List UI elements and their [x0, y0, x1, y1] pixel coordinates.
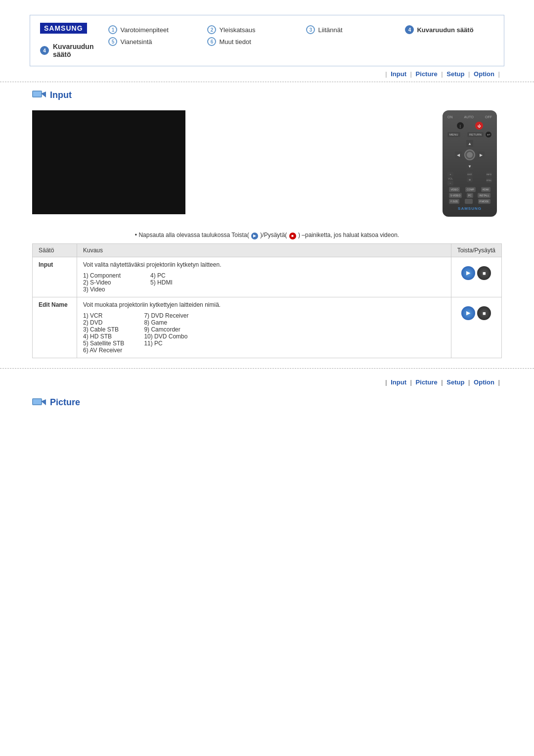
remote-video-btn[interactable]: VIDEO [449, 187, 460, 192]
row-input-desc: Voit valita näytettäväksi projektoriin k… [77, 257, 451, 297]
nav-num-6: 6 [207, 37, 216, 46]
remote-still-btn[interactable]: STILL [486, 178, 492, 183]
editname-item-2: 2) DVD [83, 319, 124, 326]
row-editname-btns: ▶ ■ [451, 297, 501, 358]
input-item-1: 1) Component [83, 272, 121, 279]
remote-samsung-logo: SAMSUNG [445, 206, 494, 211]
input-section-header: Input [0, 82, 534, 105]
nav-picture-link[interactable]: Picture [416, 70, 438, 78]
input-list: 1) Component 2) S-Video 3) Video 4) PC 5… [83, 272, 445, 293]
input-item-2: 2) S-Video [83, 279, 121, 286]
nav-option-link[interactable]: Option [474, 70, 494, 78]
remote-dpad: ▲ ◀ ▶ ▼ [455, 140, 485, 170]
remote-return-btn[interactable]: RETURN [467, 132, 484, 137]
note-text: • Napsauta alla olevassa taulukossa Tois… [0, 222, 534, 243]
nav-label-5: Vianetsintä [120, 38, 152, 46]
remote-vol-up[interactable]: + [447, 172, 453, 177]
remote-pc-btn[interactable]: PC [467, 193, 473, 198]
nav-num-5: 5 [108, 37, 117, 46]
header-nav: | Input | Picture | Setup | Option | [0, 66, 534, 82]
remote-exit-btn[interactable]: EXIT [467, 172, 473, 177]
dpad-right[interactable]: ▶ [478, 151, 485, 158]
bottom-nav-option-link[interactable]: Option [474, 378, 494, 386]
remote-return-icon[interactable]: ↩ [485, 131, 492, 138]
nav-input-link[interactable]: Input [391, 70, 406, 78]
nav-item-1[interactable]: 1 Varotoimenpiteet [108, 25, 207, 34]
editname-item-1: 1) VCR [83, 312, 124, 319]
bottom-nav-input-link[interactable]: Input [391, 378, 406, 386]
row-input-btns: ▶ ■ [451, 257, 501, 297]
nav-item-4[interactable]: 4 Kuvaruudun säätö [405, 25, 504, 34]
editname-item-11: 11) PC [144, 340, 188, 347]
editname-list: 1) VCR 2) DVD 3) Cable STB 4) HD STB 5) … [83, 312, 445, 354]
remote-source-row2: S-VIDEO PC INSTALL [446, 193, 493, 198]
nav-item-2[interactable]: 2 Yleiskatsaus [207, 25, 306, 34]
nav-num-4: 4 [405, 25, 414, 34]
remote-power-row: | ⏻ [445, 122, 494, 130]
remote-fsize-btn[interactable]: F.SIZE [449, 199, 459, 204]
display-screen [32, 110, 185, 214]
play-button-editname[interactable]: ▶ [461, 306, 475, 320]
remote-hdmi-btn[interactable]: HDMI [481, 187, 490, 192]
col-saato: Säätö [33, 243, 77, 257]
dpad-center[interactable] [464, 149, 475, 160]
stop-note-icon: ■ [289, 233, 296, 239]
table-row-input: Input Voit valita näytettäväksi projekto… [33, 257, 502, 297]
content-area: ON AUTO OFF | ⏻ MENU RETURN ↩ ▲ ◀ [0, 105, 534, 222]
remote-control: ON AUTO OFF | ⏻ MENU RETURN ↩ ▲ ◀ [443, 110, 502, 217]
editname-item-7: 7) DVD Receiver [144, 312, 188, 319]
nav-label-1: Varotoimenpiteet [120, 26, 168, 34]
bottom-nav: | Input | Picture | Setup | Option | [0, 368, 534, 390]
remote-on-label: ON [447, 115, 453, 119]
samsung-logo: SAMSUNG [40, 23, 93, 39]
input-item-3: 3) Video [83, 286, 121, 293]
col-kuvaus: Kuvaus [77, 243, 451, 257]
editname-item-5: 5) Satellite STB [83, 340, 124, 347]
remote-source-row: VIDEO COMP HDMI [446, 187, 493, 192]
remote-menu-btn[interactable]: MENU [447, 132, 460, 137]
remote-comp-btn[interactable]: COMP [465, 187, 476, 192]
stop-button-input[interactable]: ■ [477, 266, 491, 280]
remote-pmode-btn[interactable]: P.MODE [478, 199, 490, 204]
dpad-down[interactable]: ▼ [466, 163, 473, 170]
play-button-input[interactable]: ▶ [461, 266, 475, 280]
svg-rect-4 [33, 399, 41, 404]
nav-item-5[interactable]: 5 Vianetsintä [108, 37, 207, 46]
row-input-name: Input [33, 257, 77, 297]
nav-item-6[interactable]: 6 Muut tiedot [207, 37, 306, 46]
input-item-4: 4) PC [150, 272, 173, 279]
nav-label-2: Yleiskatsaus [219, 26, 255, 34]
remote-vol-down[interactable]: − [447, 181, 453, 186]
nav-grid: 1 Varotoimenpiteet 2 Yleiskatsaus 3 Liit… [108, 25, 504, 46]
bottom-nav-picture-link[interactable]: Picture [416, 378, 438, 386]
remote-body: ON AUTO OFF | ⏻ MENU RETURN ↩ ▲ ◀ [443, 110, 497, 217]
remote-power-btn[interactable]: ⏻ [475, 122, 483, 130]
nav-item-3[interactable]: 3 Liitännät [306, 25, 405, 34]
editname-item-4: 4) HD STB [83, 333, 124, 340]
main-nav-num: 4 [40, 46, 49, 55]
remote-install-btn[interactable]: INSTALL [478, 193, 490, 198]
input-item-5: 5) HDMI [150, 279, 173, 286]
remote-blank-btn[interactable] [465, 199, 473, 204]
top-navigation: SAMSUNG 4 Kuvaruudun säätö 1 Varotoimenp… [30, 15, 504, 66]
editname-item-3: 3) Cable STB [83, 326, 124, 333]
editname-item-6: 6) AV Receiver [83, 347, 124, 354]
dpad-left[interactable]: ◀ [455, 151, 462, 158]
remote-top-row: ON AUTO OFF [445, 114, 494, 120]
remote-menu-icon[interactable]: ⊕ [467, 177, 473, 182]
remote-source-row3: F.SIZE P.MODE [446, 199, 493, 204]
bottom-nav-setup-link[interactable]: Setup [446, 378, 464, 386]
nav-label-6: Muut tiedot [219, 38, 251, 46]
editname-item-8: 8) Game [144, 319, 188, 326]
stop-button-editname[interactable]: ■ [477, 306, 491, 320]
remote-info-btn[interactable]: INFO [486, 172, 492, 177]
row-editname-desc: Voit muokata projektoriin kytkettyjen la… [77, 297, 451, 358]
dpad-up[interactable]: ▲ [466, 140, 473, 147]
table-row-editname: Edit Name Voit muokata projektoriin kytk… [33, 297, 502, 358]
nav-setup-link[interactable]: Setup [446, 70, 464, 78]
remote-svideo-btn[interactable]: S-VIDEO [449, 193, 462, 198]
remote-on-btn[interactable]: | [456, 122, 464, 130]
picture-section: Picture [0, 390, 534, 416]
play-note-icon: ▶ [251, 233, 258, 239]
input-section-title: Input [50, 90, 72, 100]
